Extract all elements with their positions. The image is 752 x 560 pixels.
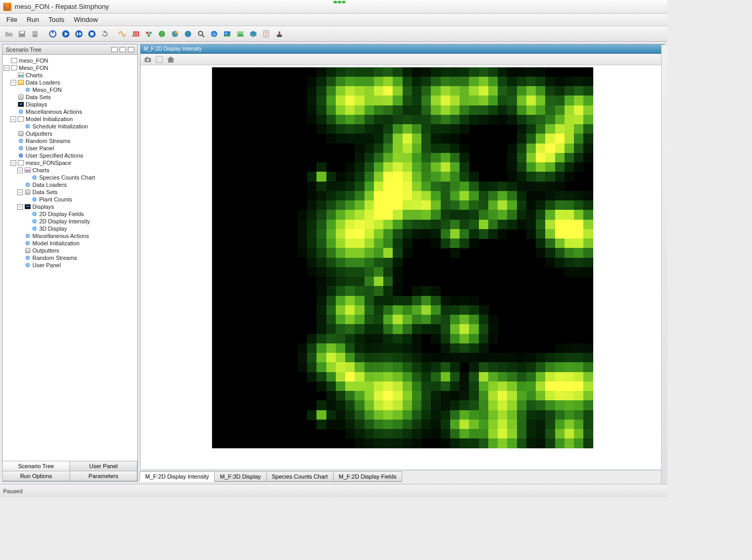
menu-window[interactable]: Window <box>69 15 102 25</box>
power-icon[interactable] <box>47 28 58 40</box>
world-icon[interactable] <box>182 28 194 40</box>
tree-fs-outputters[interactable]: Outputters <box>32 247 59 254</box>
restore-icon[interactable] <box>120 47 126 52</box>
tab-run-options[interactable]: Run Options <box>2 471 70 481</box>
display-toolbar <box>140 54 665 65</box>
globe-green-icon[interactable] <box>156 28 168 40</box>
tree-random[interactable]: Random Streams <box>26 137 70 145</box>
scenario-tree[interactable]: meso_FON −Meso_FON Charts −Data Loaders … <box>3 55 137 461</box>
tree-misc[interactable]: Miscellaneous Actions <box>26 108 82 115</box>
search-icon[interactable] <box>195 28 207 40</box>
tree-fs-dataloaders[interactable]: Data Loaders <box>32 181 67 188</box>
pie-icon[interactable] <box>169 28 181 40</box>
play-icon[interactable] <box>60 28 72 40</box>
maximize-icon[interactable] <box>128 47 134 52</box>
panel-title: Scenario Tree <box>6 46 41 53</box>
wave-icon[interactable] <box>117 28 128 40</box>
tree-fs-modelinit[interactable]: Model Initialization <box>32 240 80 247</box>
agents-icon[interactable] <box>143 28 155 40</box>
tree-meso-fon-ctx[interactable]: Meso_FON <box>19 64 48 72</box>
tree-fs-misc[interactable]: Miscellaneous Actions <box>32 232 89 240</box>
tree-dataloaders[interactable]: Data Loaders <box>26 79 60 86</box>
status-bar: Paused <box>0 484 667 497</box>
tree-fs-displays[interactable]: Displays <box>32 203 54 210</box>
tree-fs-charts[interactable]: Charts <box>32 166 49 174</box>
display-bottom-tabs: M_F:2D Display Intensity M_F:3D Display … <box>140 470 665 482</box>
stop-icon[interactable] <box>86 28 98 40</box>
reset-icon[interactable] <box>99 28 111 40</box>
display-area: M_F:2D Display Intensity M_F:2D Display … <box>140 44 665 482</box>
svg-rect-1 <box>20 31 24 33</box>
tree-2d-fields[interactable]: 2D Display Fields <box>39 210 84 218</box>
database-icon[interactable] <box>29 28 41 40</box>
home-icon[interactable] <box>167 55 175 64</box>
tab-2d-intensity[interactable]: M_F:2D Display Intensity <box>139 471 215 482</box>
joystick-icon[interactable] <box>274 28 285 40</box>
toolbar: G <box>0 26 667 42</box>
scenario-tree-panel: Scenario Tree meso_FON −Meso_FON Charts … <box>2 44 138 482</box>
canvas-wrap <box>140 65 665 470</box>
svg-point-12 <box>149 31 152 34</box>
tree-2d-intensity[interactable]: 2D Display Intensity <box>39 218 90 225</box>
tree-datasets[interactable]: Data Sets <box>26 93 51 101</box>
window-title: meso_FON - Repast Simphony <box>15 3 109 10</box>
menu-run[interactable]: Run <box>22 15 43 25</box>
activity-leds <box>334 1 345 3</box>
display-header: M_F:2D Display Intensity <box>140 44 665 54</box>
tree-plantcounts[interactable]: Plant Counts <box>39 196 72 203</box>
doc-icon[interactable] <box>261 28 272 40</box>
tree-charts[interactable]: Charts <box>26 72 42 79</box>
menu-tools[interactable]: Tools <box>44 15 68 25</box>
tab-species-counts[interactable]: Species Counts Chart <box>266 471 334 482</box>
tree-fs-userpanel[interactable]: User Panel <box>32 261 61 269</box>
tree-displays[interactable]: Displays <box>26 101 48 108</box>
simulation-canvas[interactable] <box>212 67 593 448</box>
tree-dataloader-mesofon[interactable]: Meso_FON <box>32 86 62 93</box>
tab-2d-fields[interactable]: M_F:2D Display Fields <box>333 471 403 482</box>
menu-file[interactable]: File <box>2 15 21 25</box>
tree-speciescountschart[interactable]: Species Counts Chart <box>39 174 95 181</box>
svg-point-11 <box>146 31 149 34</box>
tree-fonspace[interactable]: meso_FONSpace <box>26 159 71 166</box>
open-folder-icon[interactable] <box>3 28 15 40</box>
display-panel: M_F:2D Display Intensity <box>140 44 665 470</box>
tab-user-panel[interactable]: User Panel <box>69 461 137 471</box>
svg-rect-30 <box>156 56 162 63</box>
tree-outputters[interactable]: Outputters <box>26 130 52 137</box>
svg-point-4 <box>32 35 38 37</box>
java-icon <box>3 3 11 11</box>
tree-3d-display[interactable]: 3D Display <box>39 225 67 232</box>
tree-fs-datasets[interactable]: Data Sets <box>32 188 57 196</box>
svg-rect-29 <box>146 57 148 58</box>
svg-point-13 <box>148 34 150 37</box>
cube-icon[interactable] <box>248 28 259 40</box>
title-bar: meso_FON - Repast Simphony <box>0 0 667 14</box>
tree-fs-random[interactable]: Random Streams <box>32 254 77 261</box>
tab-scenario-tree[interactable]: Scenario Tree <box>2 461 70 471</box>
tree-schedinit[interactable]: Schedule Initialization <box>32 123 88 130</box>
save-icon[interactable] <box>16 28 28 40</box>
svg-point-21 <box>226 32 227 34</box>
menu-bar: File Run Tools Window <box>0 14 667 26</box>
right-scrollbar[interactable] <box>661 45 667 484</box>
tree-usa[interactable]: User Specified Actions <box>26 152 83 159</box>
sidebar-bottom-tabs: Scenario Tree User Panel Run Options Par… <box>3 461 137 481</box>
mountain-icon[interactable] <box>234 28 246 40</box>
display-title: M_F:2D Display Intensity <box>144 46 202 52</box>
tab-3d-display[interactable]: M_F:3D Display <box>214 471 266 482</box>
minimize-icon[interactable] <box>111 47 118 52</box>
pulse-icon[interactable] <box>130 28 142 40</box>
step-icon[interactable] <box>73 28 85 40</box>
layers-icon[interactable]: G <box>208 28 220 40</box>
zoom-fit-icon[interactable] <box>155 55 163 64</box>
camera-icon[interactable] <box>144 55 152 64</box>
tree-userpanel[interactable]: User Panel <box>26 145 54 152</box>
tree-root[interactable]: meso_FON <box>19 57 48 64</box>
tree-modelinit[interactable]: Model Initialization <box>26 115 73 123</box>
svg-rect-6 <box>52 30 53 33</box>
svg-rect-10 <box>90 32 93 35</box>
image-icon[interactable] <box>221 28 233 40</box>
tab-parameters[interactable]: Parameters <box>69 471 137 481</box>
panel-header: Scenario Tree <box>3 44 137 55</box>
status-text: Paused <box>3 488 22 494</box>
